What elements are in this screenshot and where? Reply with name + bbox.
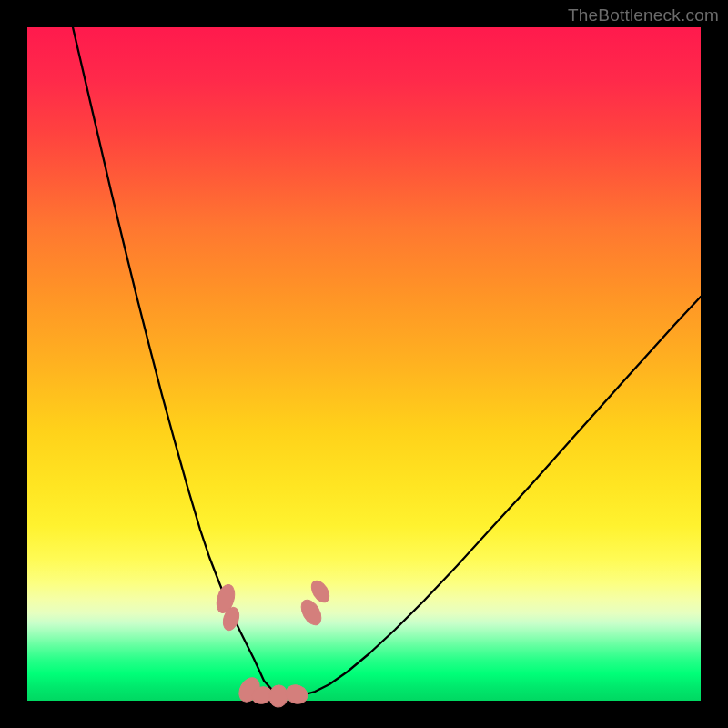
stage: TheBottleneck.com [0, 0, 728, 728]
gradient-plot-area [27, 27, 701, 701]
watermark-text: TheBottleneck.com [568, 5, 719, 25]
valley-beads [214, 578, 333, 708]
bead-marker [283, 682, 309, 706]
curve-svg [27, 27, 701, 701]
bottleneck-curve [73, 27, 701, 695]
